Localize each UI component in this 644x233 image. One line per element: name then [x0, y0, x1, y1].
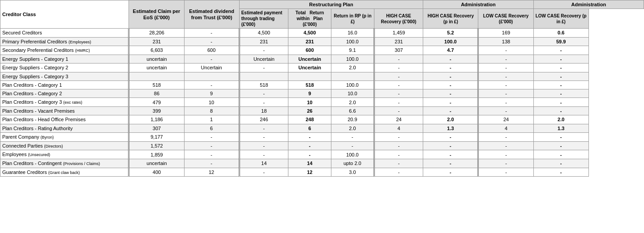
- low-case-p-cell: -: [533, 168, 588, 177]
- total-within-cell: 9: [288, 89, 331, 98]
- estimated-claim-cell: 1,859: [129, 150, 184, 159]
- high-case-k-cell: -: [374, 55, 423, 63]
- total-within-cell: 12: [288, 168, 331, 177]
- return-rp-cell: 2.0: [331, 98, 374, 107]
- creditor-class-cell: Plan Creditors - Category 2: [0, 89, 129, 98]
- return-rp-cell: 20.9: [331, 115, 374, 124]
- high-case-p-cell: -: [423, 72, 478, 80]
- creditor-class-cell: Energy Suppliers - Category 2: [0, 64, 129, 72]
- estimated-dividend-cell: Uncertain: [184, 64, 239, 72]
- creditor-table: Creditor Class Estimated Claim per EoS (…: [0, 0, 644, 177]
- estimated-dividend-cell: -: [184, 29, 239, 37]
- total-within-cell: 10: [288, 98, 331, 107]
- low-case-k-header: LOW CASE Recovery (£'000): [478, 9, 533, 29]
- high-case-p-cell: -: [423, 98, 478, 107]
- total-within-header: Total Returnwithin Plan(£'000): [288, 9, 331, 29]
- estimated-dividend-cell: 6: [184, 124, 239, 132]
- total-within-cell: -: [288, 141, 331, 150]
- creditor-class-cell: Energy Suppliers - Category 1: [0, 55, 129, 63]
- table-row: Plan Creditors - Head Office Premises1,1…: [0, 115, 644, 124]
- estimated-payment-cell: -: [239, 64, 288, 72]
- low-case-p-cell: -: [533, 72, 588, 80]
- estimated-dividend-cell: 8: [184, 107, 239, 115]
- creditor-class-cell: Primary Preferential Creditors (Employee…: [0, 37, 129, 46]
- estimated-claim-header: Estimated Claim per EoS (£'000): [129, 0, 184, 29]
- return-rp-cell: 100.0: [331, 37, 374, 46]
- high-case-k-cell: -: [374, 150, 423, 159]
- high-case-p-cell: 1.3: [423, 124, 478, 132]
- estimated-dividend-cell: -: [184, 150, 239, 159]
- estimated-payment-cell: 246: [239, 115, 288, 124]
- return-rp-cell: upto 2.0: [331, 159, 374, 168]
- high-case-k-cell: 24: [374, 115, 423, 124]
- estimated-payment-cell: -: [239, 46, 288, 55]
- high-case-p-cell: -: [423, 89, 478, 98]
- creditor-class-header: Creditor Class: [0, 0, 129, 29]
- total-within-cell: [288, 72, 331, 80]
- estimated-payment-cell: -: [239, 168, 288, 177]
- high-case-p-cell: -: [423, 80, 478, 89]
- table-row: Plan Creditors - Vacant Premises39981826…: [0, 107, 644, 115]
- low-case-k-cell: -: [478, 46, 533, 55]
- creditor-class-cell: Plan Creditors - Category 3 (exc rates): [0, 98, 129, 107]
- low-case-p-cell: -: [533, 80, 588, 89]
- low-case-k-cell: -: [478, 133, 533, 142]
- estimated-payment-cell: 518: [239, 80, 288, 89]
- estimated-claim-cell: 1,572: [129, 141, 184, 150]
- high-case-p-cell: -: [423, 55, 478, 63]
- low-case-p-cell: -: [533, 89, 588, 98]
- return-rp-cell: 100.0: [331, 150, 374, 159]
- low-case-p-cell: 0.6: [533, 29, 588, 37]
- estimated-claim-cell: 86: [129, 89, 184, 98]
- estimated-payment-cell: 231: [239, 37, 288, 46]
- estimated-dividend-header: Estimated dividend from Trust (£'000): [184, 0, 239, 29]
- total-within-cell: Uncertain: [288, 55, 331, 63]
- creditor-class-cell: Plan Creditors - Rating Authority: [0, 124, 129, 132]
- table-body: Secured Creditors28,206-4,5004,50016.01,…: [0, 29, 644, 177]
- total-within-cell: 600: [288, 46, 331, 55]
- table-row: Secondary Preferential Creditors (HMRC)6…: [0, 46, 644, 55]
- low-case-p-cell: 1.3: [533, 124, 588, 132]
- table-row: Plan Creditors - Category 3 (exc rates)4…: [0, 98, 644, 107]
- creditor-class-cell: Employees (Unsecured): [0, 150, 129, 159]
- total-within-cell: 26: [288, 107, 331, 115]
- header-group-row: Creditor Class Estimated Claim per EoS (…: [0, 0, 644, 9]
- total-within-cell: Uncertain: [288, 64, 331, 72]
- high-case-p-cell: 2.0: [423, 115, 478, 124]
- low-case-p-cell: -: [533, 55, 588, 63]
- low-case-p-cell: -: [533, 141, 588, 150]
- high-case-k-cell: -: [374, 141, 423, 150]
- estimated-payment-cell: [239, 72, 288, 80]
- estimated-payment-cell: -: [239, 124, 288, 132]
- low-case-p-cell: -: [533, 98, 588, 107]
- estimated-payment-cell: 4,500: [239, 29, 288, 37]
- table-row: Parent Company (Byron)9,177--------: [0, 133, 644, 142]
- estimated-payment-cell: -: [239, 98, 288, 107]
- estimated-dividend-cell: -: [184, 159, 239, 168]
- creditor-class-cell: Energy Suppliers - Category 3: [0, 72, 129, 80]
- table-row: Plan Creditors - Category 2869-910.0----: [0, 89, 644, 98]
- creditor-class-cell: Plan Creditors - Category 1: [0, 80, 129, 89]
- estimated-dividend-cell: 600: [184, 46, 239, 55]
- high-case-p-cell: -: [423, 141, 478, 150]
- estimated-claim-cell: 28,206: [129, 29, 184, 37]
- low-case-k-cell: -: [478, 72, 533, 80]
- low-case-k-cell: -: [478, 159, 533, 168]
- high-case-p-cell: -: [423, 159, 478, 168]
- return-rp-header: Return in RP (p in £): [331, 9, 374, 29]
- estimated-claim-cell: 1,186: [129, 115, 184, 124]
- estimated-dividend-cell: 9: [184, 89, 239, 98]
- estimated-payment-cell: -: [239, 141, 288, 150]
- estimated-payment-cell: -: [239, 133, 288, 142]
- estimated-claim-cell: 399: [129, 107, 184, 115]
- administration2-header: Administration: [533, 0, 644, 9]
- restructuring-plan-header: Restructuring Plan: [239, 0, 423, 9]
- low-case-p-cell: -: [533, 150, 588, 159]
- low-case-k-cell: -: [478, 107, 533, 115]
- table-row: Energy Suppliers - Category 1uncertain-U…: [0, 55, 644, 63]
- high-case-k-cell: -: [374, 72, 423, 80]
- table-row: Secured Creditors28,206-4,5004,50016.01,…: [0, 29, 644, 37]
- table-row: Energy Suppliers - Category 2uncertainUn…: [0, 64, 644, 72]
- creditor-class-cell: Secondary Preferential Creditors (HMRC): [0, 46, 129, 55]
- high-case-k-cell: 4: [374, 124, 423, 132]
